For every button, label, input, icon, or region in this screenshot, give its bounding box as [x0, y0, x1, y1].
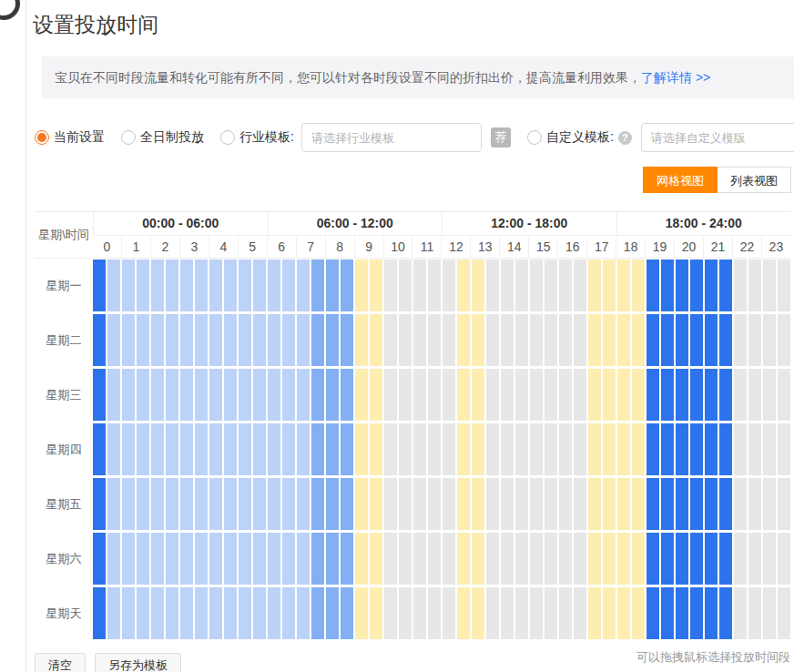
time-slot-cell[interactable]	[486, 478, 499, 530]
time-slot-cell[interactable]	[239, 533, 251, 585]
time-slot-cell[interactable]	[690, 369, 703, 421]
time-slot-cell[interactable]	[515, 478, 528, 530]
time-slot-cell[interactable]	[413, 533, 426, 585]
time-slot-cell[interactable]	[268, 314, 280, 366]
time-slot-cell[interactable]	[617, 423, 630, 475]
time-slot-cell[interactable]	[515, 587, 528, 639]
time-slot-cell[interactable]	[734, 587, 747, 639]
time-slot-cell[interactable]	[311, 587, 324, 639]
time-slot-cell[interactable]	[530, 587, 543, 639]
time-slot-cell[interactable]	[428, 369, 441, 421]
time-slot-cell[interactable]	[209, 587, 222, 639]
time-slot-cell[interactable]	[763, 423, 776, 475]
time-slot-cell[interactable]	[122, 423, 135, 475]
time-slot-cell[interactable]	[239, 369, 251, 421]
time-slot-cell[interactable]	[224, 533, 237, 585]
time-slot-cell[interactable]	[326, 314, 339, 366]
time-slot-cell[interactable]	[341, 369, 353, 421]
time-slot-cell[interactable]	[690, 260, 703, 311]
time-slot-cell[interactable]	[617, 533, 630, 585]
time-slot-cell[interactable]	[224, 260, 237, 311]
time-slot-cell[interactable]	[151, 423, 164, 475]
time-slot-cell[interactable]	[180, 587, 193, 639]
time-slot-cell[interactable]	[239, 314, 251, 366]
time-slot-cell[interactable]	[486, 423, 499, 475]
time-slot-cell[interactable]	[574, 478, 586, 530]
time-slot-cell[interactable]	[166, 260, 178, 311]
time-slot-cell[interactable]	[370, 533, 382, 585]
time-slot-cell[interactable]	[341, 260, 353, 311]
time-slot-cell[interactable]	[370, 423, 382, 475]
time-slot-cell[interactable]	[646, 260, 659, 311]
time-slot-cell[interactable]	[472, 369, 484, 421]
time-slot-cell[interactable]	[545, 587, 557, 639]
time-slot-cell[interactable]	[341, 314, 353, 366]
time-slot-cell[interactable]	[399, 423, 412, 475]
time-slot-cell[interactable]	[676, 314, 688, 366]
time-slot-cell[interactable]	[428, 423, 441, 475]
time-slot-cell[interactable]	[617, 369, 630, 421]
time-slot-cell[interactable]	[180, 314, 193, 366]
time-slot-cell[interactable]	[428, 587, 441, 639]
time-slot-cell[interactable]	[763, 587, 776, 639]
time-slot-cell[interactable]	[137, 260, 149, 311]
time-slot-cell[interactable]	[472, 423, 484, 475]
time-slot-cell[interactable]	[457, 260, 470, 311]
time-slot-cell[interactable]	[632, 478, 645, 530]
time-slot-cell[interactable]	[282, 478, 295, 530]
time-slot-cell[interactable]	[472, 260, 484, 311]
time-slot-cell[interactable]	[209, 533, 222, 585]
time-slot-cell[interactable]	[166, 314, 178, 366]
time-slot-cell[interactable]	[603, 369, 616, 421]
grid-view-button[interactable]: 网格视图	[643, 167, 718, 193]
time-slot-cell[interactable]	[574, 423, 586, 475]
time-slot-cell[interactable]	[195, 533, 208, 585]
radio-checked-icon[interactable]	[35, 130, 49, 145]
time-slot-cell[interactable]	[603, 423, 616, 475]
time-slot-cell[interactable]	[778, 587, 790, 639]
time-slot-cell[interactable]	[719, 587, 732, 639]
time-slot-cell[interactable]	[748, 314, 761, 366]
time-slot-cell[interactable]	[370, 587, 382, 639]
time-slot-cell[interactable]	[646, 478, 659, 530]
time-slot-cell[interactable]	[311, 369, 324, 421]
time-slot-cell[interactable]	[632, 423, 645, 475]
time-slot-cell[interactable]	[748, 369, 761, 421]
time-slot-cell[interactable]	[443, 423, 455, 475]
time-slot-cell[interactable]	[239, 587, 251, 639]
time-slot-cell[interactable]	[515, 314, 528, 366]
time-slot-cell[interactable]	[486, 260, 499, 311]
time-slot-cell[interactable]	[326, 423, 339, 475]
time-slot-cell[interactable]	[355, 533, 368, 585]
time-slot-cell[interactable]	[151, 533, 164, 585]
time-slot-cell[interactable]	[282, 260, 295, 311]
custom-template-input[interactable]	[641, 123, 794, 152]
time-slot-cell[interactable]	[588, 260, 601, 311]
time-slot-cell[interactable]	[545, 533, 557, 585]
time-slot-cell[interactable]	[93, 478, 106, 530]
time-slot-cell[interactable]	[399, 478, 412, 530]
radio-custom-template[interactable]: 自定义模板:	[527, 129, 614, 146]
time-slot-cell[interactable]	[355, 260, 368, 311]
time-slot-cell[interactable]	[326, 587, 339, 639]
time-slot-cell[interactable]	[311, 423, 324, 475]
time-slot-cell[interactable]	[763, 314, 776, 366]
time-slot-cell[interactable]	[501, 533, 514, 585]
time-slot-cell[interactable]	[107, 314, 120, 366]
time-slot-cell[interactable]	[778, 260, 790, 311]
time-slot-cell[interactable]	[122, 587, 135, 639]
time-slot-cell[interactable]	[501, 260, 514, 311]
time-slot-cell[interactable]	[370, 260, 382, 311]
list-view-button[interactable]: 列表视图	[718, 167, 791, 193]
radio-current-setting[interactable]: 当前设置	[35, 129, 105, 146]
time-slot-cell[interactable]	[195, 260, 208, 311]
time-slot-cell[interactable]	[297, 533, 310, 585]
time-slot-cell[interactable]	[734, 478, 747, 530]
time-slot-cell[interactable]	[151, 587, 164, 639]
time-slot-cell[interactable]	[734, 260, 747, 311]
time-slot-cell[interactable]	[268, 260, 280, 311]
time-slot-cell[interactable]	[326, 478, 339, 530]
time-slot-cell[interactable]	[341, 478, 353, 530]
time-slot-cell[interactable]	[195, 369, 208, 421]
time-slot-cell[interactable]	[370, 314, 382, 366]
